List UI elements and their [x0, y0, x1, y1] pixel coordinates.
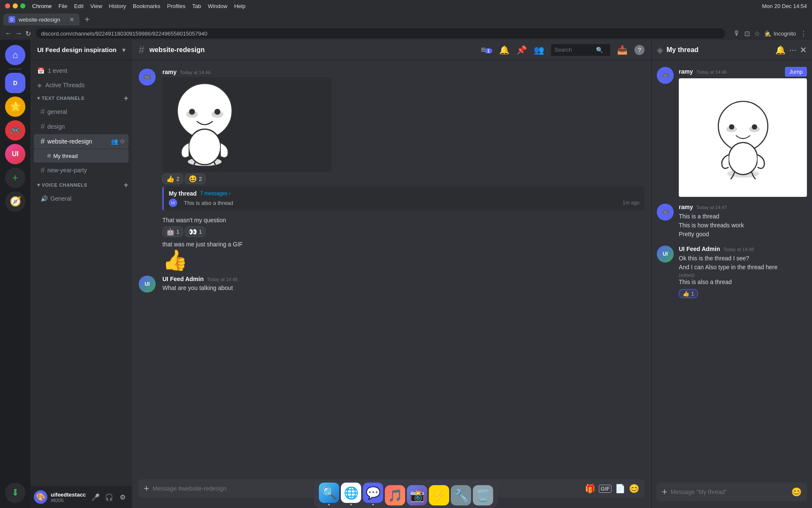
dock-item-discord[interactable]: 💬 — [363, 483, 383, 505]
menu-bookmarks[interactable]: Bookmarks — [133, 3, 160, 9]
channel-my-thread[interactable]: My thread — [34, 149, 129, 163]
download-button[interactable]: ⬇ — [5, 483, 25, 503]
title-bar-right: Mon 20 Dec 14:54 — [762, 3, 807, 9]
add-channel-button[interactable]: + — [124, 94, 129, 103]
sticker-icon[interactable]: 📄 — [615, 483, 625, 494]
new-tab-button[interactable]: + — [81, 14, 93, 25]
music-icon[interactable]: 🎵 — [385, 485, 405, 505]
event-item[interactable]: 📅 1 event — [30, 64, 132, 78]
menu-help[interactable]: Help — [234, 3, 246, 9]
home-button[interactable]: ⌂ — [5, 45, 25, 65]
server-icon-yellow[interactable]: 🌟 — [5, 97, 25, 117]
menu-window[interactable]: Window — [208, 3, 227, 9]
jump-button[interactable]: Jump — [785, 67, 807, 77]
character-image — [162, 77, 247, 170]
lightning-icon[interactable]: ⚡ — [429, 485, 449, 505]
traffic-lights[interactable] — [5, 3, 25, 8]
thread-emoji-button[interactable]: 😊 — [791, 487, 802, 497]
menu-tab[interactable]: Tab — [192, 3, 201, 9]
thread-preview[interactable]: My thread 7 messages › UI This is also a… — [162, 187, 645, 210]
thread-count: 7 messages › — [200, 190, 230, 196]
menu-profiles[interactable]: Profiles — [167, 3, 185, 9]
thread-input[interactable] — [671, 484, 788, 500]
thread-more-button[interactable]: ··· — [789, 45, 796, 55]
close-button[interactable] — [5, 3, 10, 8]
pin-icon[interactable]: 📌 — [516, 45, 527, 55]
bookmark-icon[interactable]: ☆ — [754, 30, 760, 38]
menu-dots-icon[interactable]: ⋮ — [800, 30, 807, 38]
threads-header-icon[interactable]: ≡ 1 — [481, 45, 492, 55]
header-search[interactable]: 🔍 — [551, 44, 610, 56]
gift-icon[interactable]: 🎁 — [585, 483, 595, 494]
server-icon-red[interactable]: 🎮 — [5, 120, 25, 141]
voice-channels-header[interactable]: ▾ VOICE CHANNELS + — [30, 179, 132, 191]
trash-icon[interactable]: 🗑️ — [473, 485, 493, 505]
mic-toggle-button[interactable]: 🎤 — [90, 491, 102, 503]
user-settings-button[interactable]: ⚙ — [117, 491, 129, 503]
photos-icon[interactable]: 📸 — [407, 485, 427, 505]
dock-item-music[interactable]: 🎵 — [385, 485, 405, 505]
mac-dock: 🔍 🌐 💬 🎵 📸 ⚡ 🔧 🗑️ — [314, 480, 498, 508]
reaction-eyes[interactable]: 👀 1 — [185, 226, 206, 237]
dock-item-lightning[interactable]: ⚡ — [429, 485, 449, 505]
forward-button[interactable]: → — [15, 30, 22, 38]
finder-icon[interactable]: 🔍 — [319, 483, 339, 503]
reaction-thumbsup[interactable]: 👍 2 — [162, 174, 183, 184]
url-bar[interactable]: discord.com/channels/922491180309159986/… — [36, 28, 725, 39]
add-voice-channel-button[interactable]: + — [124, 181, 129, 190]
server-icon-pink[interactable]: UI — [5, 144, 25, 164]
thread-avatar: 🎮 — [657, 204, 674, 221]
add-server-button[interactable]: + — [5, 168, 25, 188]
settings-icon[interactable]: ⚙ — [120, 138, 125, 145]
reaction-laughing[interactable]: 😆 2 — [185, 174, 206, 184]
active-threads-item[interactable]: ◈ Active Threads — [30, 78, 132, 92]
menu-history[interactable]: History — [109, 3, 126, 9]
notification-bell-icon[interactable]: 🔔 — [499, 45, 510, 55]
server-header[interactable]: UI Feed design inspiration ▾ — [30, 40, 132, 60]
help-icon[interactable]: ? — [634, 45, 645, 55]
members-icon[interactable]: 👥 — [111, 138, 118, 145]
channel-general[interactable]: # general — [34, 105, 129, 119]
channel-new-year-party[interactable]: # new-year-party — [34, 163, 129, 177]
explore-button[interactable]: 🧭 — [5, 191, 25, 212]
emoji-icon[interactable]: 😊 — [629, 483, 639, 494]
menu-file[interactable]: File — [58, 3, 67, 9]
thread-attach-button[interactable]: + — [662, 486, 667, 497]
minimize-button[interactable] — [13, 3, 18, 8]
reload-button[interactable]: ↻ — [25, 30, 31, 38]
channel-website-redesign[interactable]: # website-redesign 👥 ⚙ — [34, 134, 129, 149]
dock-item-trash[interactable]: 🗑️ — [473, 485, 493, 505]
tools-icon[interactable]: 🔧 — [451, 485, 471, 505]
maximize-button[interactable] — [20, 3, 25, 8]
dock-item-tools[interactable]: 🔧 — [451, 485, 471, 505]
members-header-icon[interactable]: 👥 — [534, 45, 544, 55]
attach-button[interactable]: + — [144, 483, 149, 494]
thread-reaction[interactable]: 👍 1 — [679, 289, 698, 298]
headphone-toggle-button[interactable]: 🎧 — [103, 491, 115, 503]
server-icon-discord[interactable]: D — [5, 73, 25, 93]
menu-view[interactable]: View — [91, 3, 102, 9]
dock-item-chrome[interactable]: 🌐 — [341, 483, 361, 505]
mic-icon[interactable]: 🎙 — [733, 30, 740, 37]
thread-close-button[interactable]: ✕ — [800, 45, 807, 55]
text-channels-header[interactable]: ▾ TEXT CHANNELS + — [30, 92, 132, 104]
menu-edit[interactable]: Edit — [74, 3, 83, 9]
cast-icon[interactable]: ⊡ — [744, 30, 750, 38]
search-input[interactable] — [554, 47, 593, 53]
inbox-icon[interactable]: 📥 — [617, 45, 628, 55]
back-button[interactable]: ← — [5, 30, 12, 38]
gif-button[interactable]: GIF — [599, 485, 612, 493]
user-avatar[interactable]: 🎨 — [34, 490, 47, 504]
tab-close-button[interactable]: ✕ — [69, 16, 74, 23]
reaction-robot[interactable]: 🤖 1 — [162, 226, 183, 237]
voice-channel-general[interactable]: 🔊 General — [34, 191, 129, 206]
dock-item-finder[interactable]: 🔍 — [319, 483, 339, 505]
thread-notification-button[interactable]: 🔔 — [775, 45, 786, 55]
message-text: That wasn't my question — [162, 216, 645, 225]
channel-design[interactable]: # design — [34, 119, 129, 134]
chrome-icon[interactable]: 🌐 — [341, 483, 361, 503]
discord-dock-icon[interactable]: 💬 — [363, 483, 383, 503]
server-sidebar: ⌂ D 🌟 🎮 UI + 🧭 ⬇ — [0, 40, 30, 508]
dock-item-photos[interactable]: 📸 — [407, 485, 427, 505]
browser-tab[interactable]: D website-redesign ✕ — [3, 14, 80, 25]
